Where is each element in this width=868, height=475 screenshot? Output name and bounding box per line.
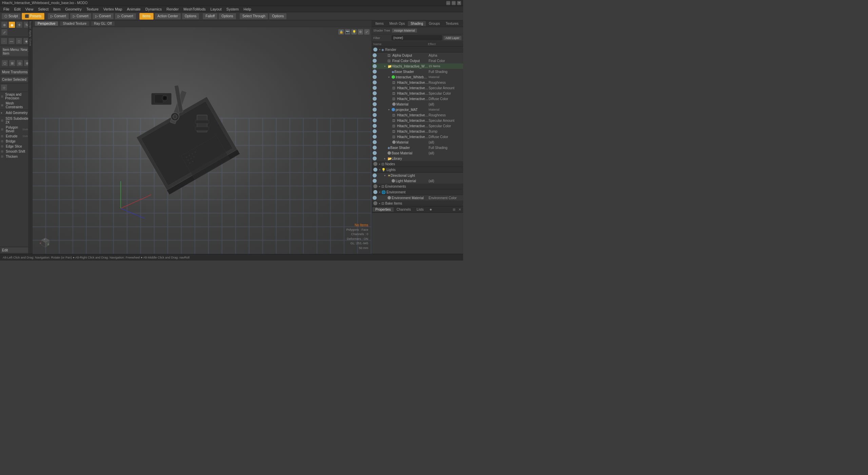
polygon-bevel[interactable]: ⊡ Polygon Bevel Shift+B bbox=[0, 125, 32, 134]
ray-gl-tab[interactable]: Ray GL: Off bbox=[91, 21, 115, 26]
mat-all-2-vis[interactable] bbox=[373, 140, 377, 144]
iwmat-vis[interactable] bbox=[373, 75, 377, 79]
mat-all-1-vis[interactable] bbox=[373, 102, 377, 106]
wb-gloss-vis[interactable] bbox=[373, 80, 377, 84]
menu-help[interactable]: Help bbox=[241, 7, 253, 12]
tab-items[interactable]: Items bbox=[373, 21, 386, 26]
vp-expand-icon[interactable]: ⤢ bbox=[364, 29, 370, 35]
lights-vis[interactable] bbox=[373, 168, 377, 172]
tool2-icon[interactable]: ⊞ bbox=[9, 60, 16, 66]
wb-gloss-row[interactable]: ◫ Hitachi_Interactive_Whiteboard_glossin… bbox=[372, 80, 463, 85]
snap-icon[interactable]: ⊹ bbox=[1, 84, 7, 91]
sds-subdivide[interactable]: ⊡ SDS Subdivide 2X bbox=[0, 116, 32, 125]
base-shader-1-vis[interactable] bbox=[373, 70, 377, 74]
menu-layout[interactable]: Layout bbox=[209, 7, 224, 12]
bake-items-section[interactable]: ▸ ⊡ Bake Items bbox=[372, 201, 463, 206]
proj-spec-col-vis[interactable] bbox=[373, 124, 377, 128]
iwmat-row[interactable]: ▾ Interactive_Whiteboard_MAT Material bbox=[372, 74, 463, 80]
tab-groups[interactable]: Groups bbox=[426, 21, 443, 26]
shader-tree[interactable]: ▾ ◈ Render ◫ Alpha Output Alpha ◫ Final … bbox=[372, 47, 463, 206]
edit-dropdown[interactable]: Edit ▾ bbox=[1, 247, 32, 253]
proj-rough-vis[interactable] bbox=[373, 113, 377, 117]
action-center-button[interactable]: Action Center bbox=[154, 13, 181, 20]
proj-rough-row[interactable]: ◫ Hitachi_Interactive_Whiteboard_project… bbox=[372, 112, 463, 118]
wb-ref-row[interactable]: ◫ Hitachi_Interactive_Whiteboard_reflect… bbox=[372, 85, 463, 91]
dir-light-vis[interactable] bbox=[373, 173, 377, 177]
add-geometry-header[interactable]: ▸ Add Geometry bbox=[0, 110, 32, 115]
snaps-precision[interactable]: ⊡ Snaps and Precision bbox=[0, 92, 32, 101]
tool1-icon[interactable]: ⬡ bbox=[1, 60, 8, 66]
center-selected-dropdown[interactable]: Center Selected ▾ bbox=[1, 77, 32, 82]
projmat-vis[interactable] bbox=[373, 108, 377, 112]
environment-vis[interactable] bbox=[373, 190, 377, 194]
vp-lock-icon[interactable]: 🔒 bbox=[338, 29, 344, 35]
options-button-3[interactable]: Options bbox=[269, 13, 287, 20]
vp-light-icon[interactable]: 💡 bbox=[351, 29, 357, 35]
projmat-row[interactable]: ▾ projector_MAT Material bbox=[372, 107, 463, 112]
final-color-row[interactable]: ◫ Final Color Output Final Color bbox=[372, 58, 463, 63]
material-all-2-row[interactable]: Material (all) bbox=[372, 139, 463, 145]
vp-camera-icon[interactable]: 📷 bbox=[345, 29, 350, 35]
env-mat-row[interactable]: Environment Material Environment Color bbox=[372, 195, 463, 201]
hitachi-folder-row[interactable]: ▾ 📁 Hitachi_Interactive_Whiteboard 15 It… bbox=[372, 63, 463, 69]
options-button-1[interactable]: Options bbox=[182, 13, 199, 20]
menu-item[interactable]: Item bbox=[51, 7, 62, 12]
library-vis[interactable] bbox=[373, 156, 377, 160]
menu-texture[interactable]: Texture bbox=[84, 7, 101, 12]
convert-button-1[interactable]: ▷ Convert bbox=[47, 13, 69, 20]
tab-shading[interactable]: Shading bbox=[408, 21, 426, 26]
menu-select[interactable]: Select bbox=[36, 7, 51, 12]
minimize-button[interactable]: — bbox=[446, 1, 450, 5]
alpha-vis[interactable] bbox=[373, 53, 377, 57]
edge-slice[interactable]: ⊡ Edge Slice bbox=[0, 144, 32, 149]
bridge-tool[interactable]: ⊡ Bridge bbox=[0, 139, 32, 144]
render-section[interactable]: ▾ ◈ Render bbox=[372, 47, 463, 53]
library-row[interactable]: ▸ 📂 Library bbox=[372, 156, 463, 161]
assign-material-button[interactable]: Assign Material bbox=[392, 28, 417, 33]
br-panel-expand[interactable]: ⊞ bbox=[451, 208, 457, 211]
menu-render[interactable]: Render bbox=[164, 7, 181, 12]
smooth-shift[interactable]: ⊡ Smooth Shift bbox=[0, 149, 32, 154]
maximize-button[interactable]: □ bbox=[452, 1, 456, 5]
proj-spec-col-row[interactable]: ◫ Hitachi_Interactive_Whiteboard_project… bbox=[372, 123, 463, 129]
base-material-row[interactable]: Base Material (all) bbox=[372, 150, 463, 156]
br-panel-close[interactable]: ✕ bbox=[457, 208, 462, 211]
move-icon[interactable]: ✛ bbox=[16, 21, 23, 28]
options-button-2[interactable]: Options bbox=[218, 13, 236, 20]
alpha-output-row[interactable]: ◫ Alpha Output Alpha bbox=[372, 53, 463, 58]
convert-button-2[interactable]: ▷ Convert bbox=[70, 13, 92, 20]
tool3-icon[interactable]: ◎ bbox=[16, 60, 23, 66]
menu-file[interactable]: File bbox=[1, 7, 12, 12]
wb-spec-row[interactable]: ◫ Hitachi_Interactive_Whiteboard_specula… bbox=[372, 91, 463, 96]
proj-bump-vis[interactable] bbox=[373, 129, 377, 133]
nodes-section[interactable]: ▸ ⊡ Nodes bbox=[372, 161, 463, 167]
sculpt-button[interactable]: ⬡ Sculpt bbox=[1, 13, 21, 20]
wb-diff-vis[interactable] bbox=[373, 97, 377, 101]
select-through-button[interactable]: Select Through bbox=[239, 13, 269, 20]
proj-diff-vis[interactable] bbox=[373, 135, 377, 139]
mesh-constraints[interactable]: ⊟ Mesh Constraints bbox=[0, 101, 32, 110]
br-tab-properties[interactable]: Properties bbox=[373, 207, 394, 212]
nodes-vis[interactable] bbox=[373, 162, 377, 166]
base-shader-2-row[interactable]: ◈ Base Shader Full Shading bbox=[372, 145, 463, 150]
perspective-tab[interactable]: Perspective bbox=[35, 21, 58, 26]
scale-icon[interactable]: ⤢ bbox=[1, 29, 8, 36]
br-tab-channels[interactable]: Channels bbox=[394, 207, 414, 212]
menu-vertexmap[interactable]: Vertex Map bbox=[101, 7, 124, 12]
bs2-vis[interactable] bbox=[373, 146, 377, 150]
render-vis[interactable] bbox=[373, 48, 377, 52]
hitachi-vis[interactable] bbox=[373, 64, 377, 68]
convert-button-4[interactable]: ▷ Convert bbox=[115, 13, 136, 20]
br-tab-star[interactable]: ★ bbox=[427, 207, 435, 212]
menu-edit[interactable]: Edit bbox=[12, 7, 23, 12]
lights-section[interactable]: ▾ 💡 Lights bbox=[372, 167, 463, 173]
material-all-1-row[interactable]: Material (all) bbox=[372, 101, 463, 107]
proj-diff-row[interactable]: ◫ Hitachi_Interactive_Whiteboard_project… bbox=[372, 134, 463, 139]
tab-mesh-ops[interactable]: Mesh Ops bbox=[387, 21, 408, 26]
wb-diff-row[interactable]: ◫ Hitachi_Interactive_Whiteboard_diffuse… bbox=[372, 96, 463, 101]
vertex-icon[interactable]: · bbox=[1, 38, 7, 44]
environments-section[interactable]: ▸ ⊡ Environments bbox=[372, 184, 463, 189]
item-menu-dropdown[interactable]: Item Menu: New Item ▾ bbox=[1, 47, 31, 56]
br-tab-lists[interactable]: Lists bbox=[414, 207, 427, 212]
edge-icon[interactable]: — bbox=[8, 38, 15, 44]
